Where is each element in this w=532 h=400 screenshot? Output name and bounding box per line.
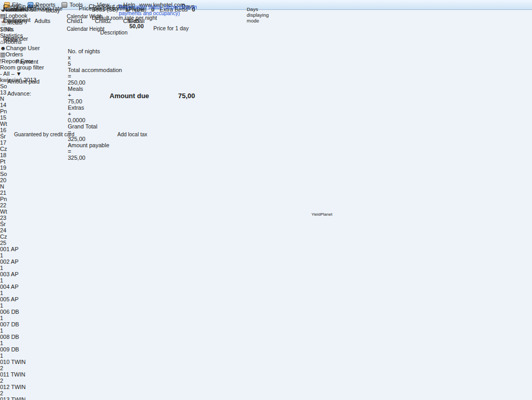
summary-row: No. of nightsx5 — [68, 48, 122, 67]
summary-operator: = — [68, 148, 122, 155]
calendar-width-label: Calendar Width — [67, 14, 103, 19]
summary-value: 250,00 — [68, 79, 122, 86]
change-user-label: Change User — [6, 45, 40, 51]
col-child3: Child3 — [123, 18, 139, 24]
day-number-label: 21 — [0, 190, 532, 196]
room-beds-count: 1 — [0, 290, 532, 296]
room-name: 010 TWIN — [0, 359, 532, 365]
rate-row-label: Rate — [5, 37, 17, 43]
room-name: 001 AP — [0, 246, 532, 252]
room-row-label[interactable]: 009 DB1 — [0, 346, 532, 359]
summary-value: 5 — [68, 61, 122, 67]
room-row-label[interactable]: 004 AP1 — [0, 284, 532, 296]
day-number-label: 22 — [0, 202, 532, 208]
room-beds-count: 1 — [0, 340, 532, 346]
kwhotel-app: FileReportsToolsViewHelp www.kwhotel.com… — [0, 0, 532, 400]
room-name: 003 AP — [0, 271, 532, 277]
day-name-label: So — [0, 171, 532, 177]
day-number-label: 25 — [0, 240, 532, 246]
day-header-cell[interactable]: Cz25 — [0, 233, 532, 246]
day-header-cell[interactable]: N21 — [0, 183, 532, 196]
payment-label: Payment — [16, 58, 38, 65]
orders-icon: ▥ — [0, 51, 5, 57]
days-mode-label: Days displaying mode — [247, 6, 276, 23]
yieldplanet-label: YieldPlanet — [311, 212, 332, 217]
room-beds-count: 1 — [0, 252, 532, 258]
day-number-label: 20 — [0, 177, 532, 183]
amount-due-label: Amount due — [110, 92, 149, 100]
day-name-label: N — [0, 183, 532, 190]
day-number-label: 24 — [0, 227, 532, 233]
calendar-height-label: Calendar Height — [67, 26, 104, 32]
room-name: 012 TWIN — [0, 384, 532, 390]
room-beds-count: 2 — [0, 365, 532, 371]
day-name-label: Śr — [0, 221, 532, 227]
room-beds-count: 1 — [0, 302, 532, 309]
room-row-label[interactable]: 012 TWIN2 — [0, 384, 532, 396]
room-beds-count: 2 — [0, 390, 532, 396]
day-header-cell[interactable]: Pn22 — [0, 196, 532, 208]
day-header-cell[interactable]: So20 — [0, 171, 532, 183]
summary-label: Grand Total — [68, 123, 122, 130]
day-number-label: 19 — [0, 164, 532, 171]
orders-label: Orders — [5, 51, 23, 57]
summary-operator: = — [68, 130, 122, 136]
change-user-icon: ☻ — [0, 45, 6, 51]
room-row-label[interactable]: 006 DB1 — [0, 309, 532, 321]
no-row-label: No. — [5, 26, 14, 32]
summary-operator: = — [68, 73, 122, 79]
yieldplanet-checkbox[interactable] — [306, 212, 310, 217]
room-name: 008 DB — [0, 334, 532, 340]
room-beds-count: 1 — [0, 265, 532, 271]
day-name-label: Pn — [0, 196, 532, 202]
room-name: 004 AP — [0, 284, 532, 290]
payment-summary: No. of nightsx5Total accommodation=250,0… — [68, 48, 122, 161]
summary-value: 325,00 — [68, 136, 122, 142]
chevron-down-icon: ▼ — [16, 70, 22, 77]
room-row-label[interactable]: 013 TWIN2 — [0, 396, 532, 400]
room-beds-count: 1 — [0, 352, 532, 359]
rooms-column: 001 AP1002 AP1003 AP1004 AP1005 AP1006 D… — [0, 246, 532, 400]
room-name: 011 TWIN — [0, 371, 532, 378]
room-row-label[interactable]: 003 AP1 — [0, 271, 532, 284]
day-number-label: 23 — [0, 215, 532, 221]
room-beds-count: 1 — [0, 277, 532, 284]
room-row-label[interactable]: 011 TWIN2 — [0, 371, 532, 384]
day-header-cell[interactable]: Wt23 — [0, 208, 532, 221]
room-name: 006 DB — [0, 309, 532, 315]
advance-label: Advance: — [7, 90, 31, 97]
day-name-label: Wt — [0, 208, 532, 215]
summary-row: Grand Total=325,00 — [68, 123, 122, 142]
room-row-label[interactable]: 001 AP1 — [0, 246, 532, 258]
summary-operator: x — [68, 54, 122, 61]
company-label: Company — [3, 18, 28, 24]
room-row-label[interactable]: 002 AP1 — [0, 258, 532, 271]
status-hint: Reservation status (depending on payment… — [119, 4, 197, 17]
summary-label: Total accommodation — [68, 67, 122, 73]
room-beds-count: 1 — [0, 315, 532, 321]
room-row-label[interactable]: 005 AP1 — [0, 296, 532, 309]
room-beds-count: 1 — [0, 327, 532, 334]
amount-paid-label: Amount paid — [7, 78, 40, 85]
summary-label: Extras — [68, 104, 122, 111]
day-header-cell[interactable]: Śr24 — [0, 221, 532, 233]
room-name: 009 DB — [0, 346, 532, 352]
room-name: 005 AP — [0, 296, 532, 302]
summary-row: Amount payable=325,00 — [68, 142, 122, 161]
room-name: 007 DB — [0, 321, 532, 327]
room-row-label[interactable]: 007 DB1 — [0, 321, 532, 334]
local-tax-label: Add local tax — [117, 132, 147, 137]
room-beds-count: 2 — [0, 378, 532, 384]
summary-operator: + — [68, 111, 122, 117]
cc-guarantee-label: Guaranteed by credit card — [14, 132, 75, 137]
room-filter-value: - All – — [0, 70, 15, 77]
today-link[interactable]: today — [46, 7, 60, 14]
statistics-button[interactable]: Statistics — [0, 32, 532, 39]
room-row-label[interactable]: 010 TWIN2 — [0, 359, 532, 371]
col-adults: Adults — [34, 18, 51, 24]
room-name: 002 AP — [0, 258, 532, 265]
amount-due-value: 75,00 — [165, 92, 195, 100]
rooms-button[interactable]: ⌂Rooms — [0, 39, 532, 45]
room-row-label[interactable]: 008 DB1 — [0, 334, 532, 346]
tools-menu-icon — [62, 2, 67, 8]
